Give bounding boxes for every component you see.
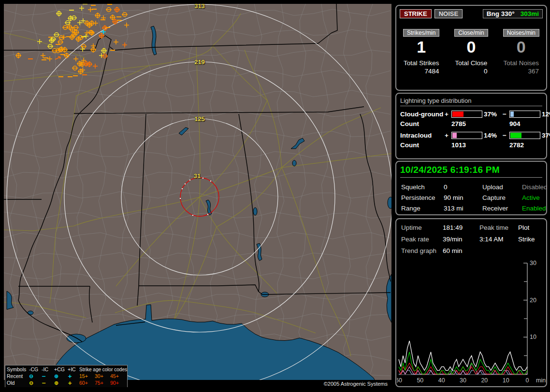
distribution-panel: Lightning type distribution Cloud-ground… (395, 93, 547, 159)
distribution-count-row: Count 2785 904 (400, 120, 542, 127)
strike-symbol-cp (75, 36, 81, 42)
peak-time-label: Peak time (479, 224, 518, 231)
squelch-label: Squelch (401, 183, 444, 191)
noise-mode-button[interactable]: NOISE (434, 9, 463, 18)
trend-xtick: 10 (503, 377, 509, 384)
lightning-map[interactable]: 313 219 125 31 Symbols-CG-IC+CG+ICStrike… (4, 4, 391, 387)
capture-label: Capture (482, 194, 522, 201)
dist-neg-bar (509, 132, 540, 139)
ring-label-313: 313 (194, 4, 205, 10)
legend-type-2: +CG (54, 366, 68, 372)
dist-pos-pct: 37% (482, 111, 503, 118)
legend-header-symbols: Symbols (7, 366, 29, 372)
trend-xtick: 20 (481, 377, 488, 384)
counter-total-label: Total Strikes (404, 59, 439, 67)
trend-panel: Uptime 181:49 Peak time Plot Peak rate 3… (395, 218, 547, 387)
rate-counters: Strikes/min 1 Total Strikes 7484 Close/m… (396, 28, 546, 75)
strike-mode-button[interactable]: STRIKE (400, 9, 432, 18)
ring-label-125: 125 (194, 115, 205, 123)
legend-glyph-1-1: − (42, 380, 54, 386)
bearing-range: 303mi (521, 10, 539, 17)
distribution-rows: Cloud-ground + 37% − 12%Count 2785 904In… (396, 111, 546, 149)
strike-symbol-cm (58, 36, 64, 40)
status-grid: Squelch 0 Upload Disabled Persistence 90… (401, 183, 541, 212)
counter-total: Total Noises 367 (504, 59, 539, 75)
legend-glyph-1-3: + (68, 380, 79, 386)
legend-glyph-0-0: ⊖ (29, 373, 42, 379)
trend-series-red (399, 363, 527, 374)
strike-symbol-dot (207, 214, 208, 215)
legend-glyph-1-0: ⊖ (29, 380, 42, 386)
legend-age-0-2: 45+ (110, 373, 123, 379)
strike-symbols (15, 4, 211, 216)
trend-xtick: 40 (438, 377, 445, 384)
legend-type-0: -CG (29, 366, 42, 372)
strike-symbol-cp (95, 13, 101, 18)
ring-label-219: 219 (194, 58, 205, 66)
copyright-text: ©2005 Astrogenic Systems (324, 381, 388, 387)
peak-time-value: 3:14 AM (479, 236, 518, 243)
counter-value: 0 (496, 38, 546, 56)
legend-glyph-0-3: + (68, 373, 79, 379)
bearing-display: Bng 330°303mi (483, 9, 543, 18)
legend-glyph-0-2: ⊕ (54, 373, 68, 379)
dist-pos-bar (451, 132, 482, 139)
legend-type-3: +IC (68, 366, 79, 372)
plot-value: Strike (518, 236, 541, 243)
dist-neg-pct: 37% (540, 132, 550, 139)
neg-count: 2782 (509, 141, 540, 149)
dist-type-label: Intracloud (400, 132, 445, 139)
strike-symbol-cm (65, 21, 71, 25)
counter-value: 1 (396, 38, 446, 56)
strike-symbol-cm (106, 8, 112, 12)
count-label: Count (400, 141, 445, 149)
strike-symbol-p (114, 40, 118, 44)
dist-type-label: Cloud-ground (400, 111, 445, 118)
strike-symbol-ar (55, 56, 60, 59)
trend-ytick: 30 (530, 260, 536, 266)
uptime-grid: Uptime 181:49 Peak time Plot Peak rate 3… (401, 224, 541, 254)
status-panel: 10/24/2025 6:19:16 PM Squelch 0 Upload D… (395, 161, 547, 215)
persistence-value: 90 min (444, 194, 482, 201)
legend-row-label: Recent (7, 373, 29, 379)
persistence-label: Persistence (401, 194, 444, 201)
counter-total: Total Close 0 (455, 59, 488, 75)
strike-symbol-p (93, 21, 98, 26)
strike-symbol-p (84, 34, 88, 39)
counter-column: Strikes/min 1 Total Strikes 7484 (396, 28, 446, 75)
counter-column: Close/min 0 Total Close 0 (446, 28, 496, 75)
counters-panel: STRIKE NOISE Bng 330°303mi Strikes/min 1… (395, 5, 547, 91)
range-value: 313 mi (444, 205, 482, 212)
legend-row-label: Old (7, 380, 29, 386)
pos-count: 1013 (451, 141, 482, 149)
strike-symbol-cm (72, 66, 78, 70)
strike-symbol-p (124, 23, 129, 28)
nexstorm-app: { "map": { "ring_labels": ["313", "219",… (0, 0, 550, 392)
legend-age-1-0: 60+ (79, 380, 95, 386)
upload-value: Disabled (522, 183, 548, 191)
legend-age-1-2: 90+ (110, 380, 123, 386)
neg-count: 904 (509, 120, 540, 127)
counter-value: 0 (446, 38, 496, 56)
uptime-value: 181:49 (443, 224, 479, 231)
range-label: Range (401, 205, 444, 212)
counter-total-value: 7484 (404, 68, 439, 75)
receiver-value: Enabled (522, 205, 548, 212)
distribution-title: Lightning type distribution (400, 97, 542, 106)
strike-symbol-p (93, 64, 98, 69)
trend-x-unit: min (536, 377, 546, 384)
trend-xtick: 30 (460, 377, 466, 384)
trend-ytick: 10 (530, 334, 536, 340)
trend-graph-value: 60 min (443, 247, 479, 254)
strike-symbol-dot (192, 215, 193, 216)
legend-glyph-1-2: ⊕ (54, 380, 68, 386)
strike-symbol-p (85, 30, 89, 35)
strike-symbol-p (122, 42, 127, 47)
peak-rate-value: 39/min (443, 236, 479, 243)
strike-symbol-cm (54, 33, 59, 37)
plot-label: Plot (518, 224, 541, 231)
strike-symbol-p (47, 56, 52, 61)
datetime-display: 10/24/2025 6:19:16 PM (400, 165, 542, 178)
receiver-label: Receiver (482, 205, 522, 212)
strike-symbol-dot (180, 198, 181, 199)
